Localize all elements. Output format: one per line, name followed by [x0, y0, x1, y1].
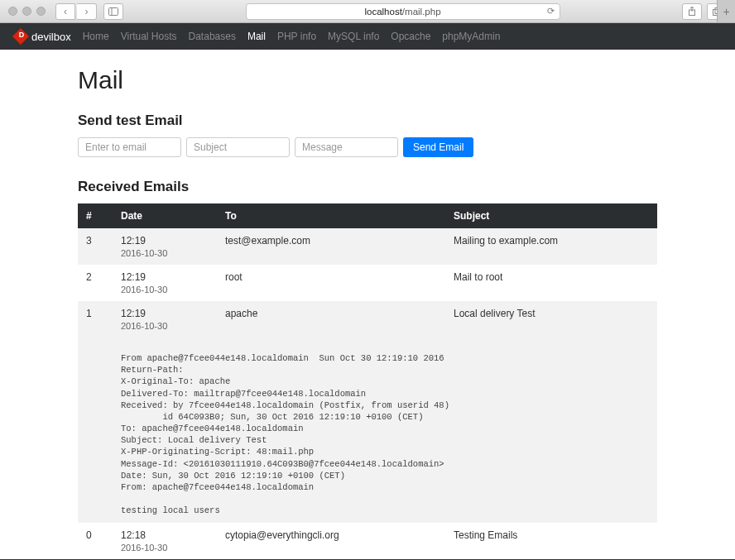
sidebar-toggle[interactable] — [103, 3, 123, 20]
url-path: /mail.php — [402, 7, 441, 17]
forward-button[interactable]: › — [77, 3, 97, 20]
row-subject: Testing Emails — [445, 523, 657, 559]
nav-links: HomeVirtual HostsDatabasesMailPHP infoMy… — [83, 31, 501, 42]
app-navbar: devilbox HomeVirtual HostsDatabasesMailP… — [0, 23, 735, 50]
message-input[interactable] — [295, 137, 398, 157]
row-num: 0 — [78, 523, 113, 559]
url-host: localhost — [364, 7, 401, 17]
chevron-right-icon: › — [85, 6, 89, 17]
table-row[interactable]: 012:182016-10-30cytopia@everythingcli.or… — [78, 523, 657, 559]
browser-toolbar: ‹ › localhost/mail.php ⟳ + — [0, 0, 735, 23]
nav-link-phpmyadmin[interactable]: phpMyAdmin — [442, 31, 500, 42]
nav-link-php-info[interactable]: PHP info — [277, 31, 316, 42]
new-tab-button[interactable]: + — [717, 0, 735, 22]
emails-table: # Date To Subject 312:192016-10-30test@e… — [78, 203, 657, 559]
share-button[interactable] — [682, 3, 702, 20]
window-controls — [8, 7, 46, 16]
row-to: apache — [217, 301, 445, 337]
row-date: 12:192016-10-30 — [113, 301, 217, 337]
minimize-dot[interactable] — [22, 7, 31, 16]
row-date: 12:182016-10-30 — [113, 523, 217, 559]
table-row[interactable]: 312:192016-10-30test@example.comMailing … — [78, 228, 657, 265]
row-subject: Mailing to example.com — [445, 228, 657, 265]
chevron-left-icon: ‹ — [64, 6, 67, 17]
svg-rect-0 — [109, 7, 118, 15]
devilbox-logo-icon — [12, 28, 29, 45]
col-subject: Subject — [445, 203, 657, 228]
row-num: 1 — [78, 301, 113, 337]
nav-back-forward: ‹ › — [55, 3, 97, 20]
col-num: # — [78, 203, 113, 228]
brand[interactable]: devilbox — [15, 31, 71, 43]
reload-icon[interactable]: ⟳ — [547, 6, 555, 17]
row-date: 12:192016-10-30 — [113, 265, 217, 301]
nav-link-mail[interactable]: Mail — [247, 31, 266, 42]
row-to: test@example.com — [217, 228, 445, 265]
nav-link-databases[interactable]: Databases — [189, 31, 236, 42]
table-row[interactable]: 212:192016-10-30rootMail to root — [78, 265, 657, 301]
row-num: 3 — [78, 228, 113, 265]
table-row[interactable]: 112:192016-10-30apacheLocal delivery Tes… — [78, 301, 657, 337]
row-subject: Local delivery Test — [445, 301, 657, 337]
nav-link-home[interactable]: Home — [83, 31, 109, 42]
share-icon — [688, 7, 696, 16]
row-date: 12:192016-10-30 — [113, 228, 217, 265]
col-date: Date — [113, 203, 217, 228]
row-subject: Mail to root — [445, 265, 657, 301]
received-heading: Received Emails — [78, 179, 657, 195]
brand-name: devilbox — [31, 31, 71, 43]
row-to: cytopia@everythingcli.org — [217, 523, 445, 559]
row-num: 2 — [78, 265, 113, 301]
table-header-row: # Date To Subject — [78, 203, 657, 228]
nav-link-opcache[interactable]: Opcache — [391, 31, 430, 42]
address-bar[interactable]: localhost/mail.php ⟳ — [246, 3, 560, 20]
page-body: Mail Send test Email Send Email Received… — [0, 50, 735, 559]
subject-input[interactable] — [186, 137, 290, 157]
plus-icon: + — [723, 5, 729, 18]
send-heading: Send test Email — [78, 112, 657, 129]
email-raw-source: From apache@7fcee044e148.localdomain Sun… — [121, 344, 649, 516]
send-button[interactable]: Send Email — [403, 137, 473, 157]
table-row-expanded: From apache@7fcee044e148.localdomain Sun… — [78, 337, 657, 523]
sidebar-icon — [108, 7, 118, 16]
back-button[interactable]: ‹ — [55, 3, 75, 20]
zoom-dot[interactable] — [36, 7, 46, 16]
to-input[interactable] — [78, 137, 181, 157]
nav-link-mysql-info[interactable]: MySQL info — [328, 31, 379, 42]
close-dot[interactable] — [8, 7, 17, 16]
col-to: To — [217, 203, 445, 228]
nav-link-virtual-hosts[interactable]: Virtual Hosts — [121, 31, 177, 42]
page-title: Mail — [78, 66, 657, 94]
row-to: root — [217, 265, 445, 301]
send-form: Send Email — [78, 137, 657, 157]
